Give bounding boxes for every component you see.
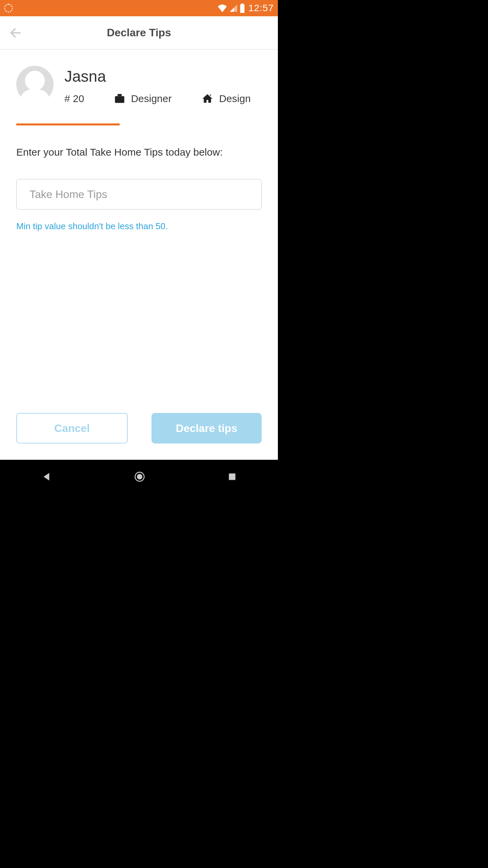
svg-rect-4 [115,96,125,103]
main-content: Jasna # 20 Designer Design [0,50,278,460]
declare-tips-button[interactable]: Declare tips [151,413,262,443]
status-time: 12:57 [248,3,274,14]
department-item: Design [202,93,250,104]
square-recent-icon [228,473,236,481]
cancel-button[interactable]: Cancel [16,413,128,443]
nav-recent-button[interactable] [228,473,236,481]
accent-divider [16,123,120,125]
briefcase-icon [115,94,125,103]
triangle-back-icon [42,472,51,481]
employee-number: # 20 [64,93,84,104]
loading-icon [4,4,13,13]
nav-back-button[interactable] [42,472,51,481]
person-icon [20,69,50,103]
battery-icon [240,3,245,13]
svg-rect-7 [229,473,236,480]
status-left [4,4,13,13]
role-label: Designer [131,93,171,104]
avatar [16,66,54,103]
svg-rect-0 [241,3,243,4]
profile-info: Jasna # 20 Designer Design [64,66,251,104]
svg-point-6 [137,474,142,479]
svg-rect-3 [118,94,122,96]
nav-home-button[interactable] [134,471,145,482]
status-bar: 12:57 [0,0,278,16]
tips-input[interactable] [16,179,262,210]
circle-home-icon [134,471,145,482]
back-button[interactable] [9,26,22,40]
action-buttons: Cancel Declare tips [16,413,262,443]
home-icon [202,93,213,104]
profile-name: Jasna [64,67,251,85]
profile-section: Jasna # 20 Designer Design [16,66,262,104]
status-right: 12:57 [217,3,274,14]
validation-hint: Min tip value shouldn't be less than 50. [16,221,262,232]
wifi-icon [217,4,227,12]
navigation-bar [0,460,278,494]
app-bar: Declare Tips [0,16,278,50]
page-title: Declare Tips [0,26,278,39]
svg-rect-1 [240,4,245,13]
arrow-left-icon [9,26,22,40]
profile-meta: # 20 Designer Design [64,93,251,104]
role-item: Designer [115,93,171,104]
form-prompt: Enter your Total Take Home Tips today be… [16,146,262,158]
cellular-signal-icon [229,4,238,12]
svg-point-2 [25,71,45,91]
department-label: Design [219,93,250,104]
